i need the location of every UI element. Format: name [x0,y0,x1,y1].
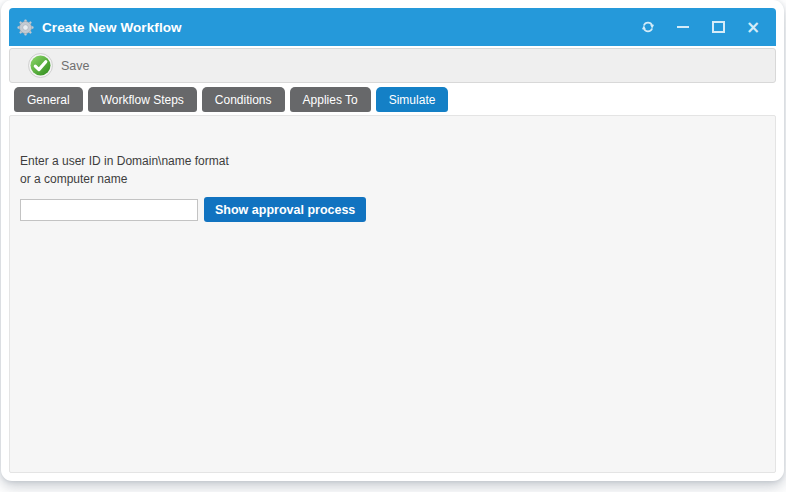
tab-applies-to[interactable]: Applies To [290,87,371,112]
simulate-panel: Enter a user ID in Domain\name format or… [9,115,776,473]
maximize-icon[interactable] [711,19,725,35]
gear-icon [17,19,34,36]
tab-simulate[interactable]: Simulate [376,87,449,112]
tab-general[interactable]: General [14,87,83,112]
simulate-form-row: Show approval process [20,197,775,222]
show-approval-process-button[interactable]: Show approval process [204,197,366,222]
check-circle-icon [28,53,53,78]
toolbar: Save [9,48,776,83]
tab-strip: General Workflow Steps Conditions Applie… [9,87,776,112]
window-title: Create New Workflow [42,20,182,35]
save-button[interactable]: Save [28,53,90,78]
instruction-text: Enter a user ID in Domain\name format or… [20,152,775,188]
tab-conditions[interactable]: Conditions [202,87,285,112]
user-id-input[interactable] [20,199,198,221]
minimize-icon[interactable] [676,19,690,35]
instruction-line-2: or a computer name [20,170,775,188]
refresh-icon[interactable] [641,19,655,35]
create-new-workflow-dialog: Create New Workflow × [1,0,784,481]
instruction-line-1: Enter a user ID in Domain\name format [20,152,775,170]
window-controls: × [641,19,776,35]
title-bar[interactable]: Create New Workflow × [9,8,776,46]
save-label: Save [61,59,90,73]
tab-workflow-steps[interactable]: Workflow Steps [88,87,197,112]
close-icon[interactable]: × [746,19,760,35]
